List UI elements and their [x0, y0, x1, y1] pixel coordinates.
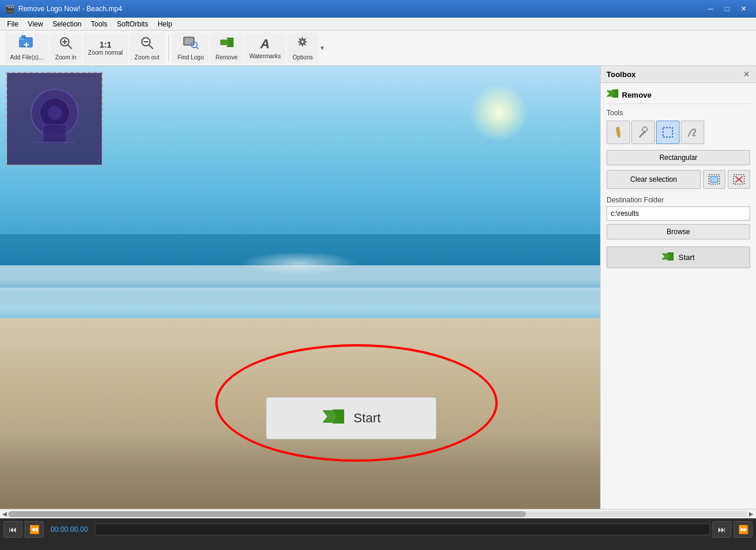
- remove-icon: [218, 35, 235, 53]
- toolbox-title: Toolbox: [607, 70, 636, 79]
- magic-wand-tool-button[interactable]: [631, 121, 655, 144]
- watermarks-icon: A: [261, 36, 270, 52]
- scroll-left-button[interactable]: ◀: [1, 511, 8, 517]
- menu-tools[interactable]: Tools: [86, 19, 112, 29]
- toolbox-panel: Toolbox ✕ Remove Tools: [600, 66, 756, 509]
- svg-rect-28: [615, 127, 621, 136]
- deselect-icon: [733, 174, 745, 185]
- window-controls: ─ □ ✕: [703, 2, 751, 15]
- horizontal-scrollbar[interactable]: ◀ ▶: [0, 509, 756, 518]
- options-label: Options: [292, 54, 312, 61]
- remove-section-title: Remove: [622, 91, 652, 99]
- select-all-button[interactable]: [703, 170, 725, 189]
- selection-type-button[interactable]: Rectangular: [607, 150, 750, 165]
- toolbox-header: Toolbox ✕: [601, 66, 756, 83]
- svg-line-6: [68, 45, 72, 49]
- scroll-track[interactable]: [8, 511, 748, 517]
- clear-selection-button[interactable]: Clear selection: [607, 170, 701, 189]
- timeline-time: 00:00:00.00: [51, 525, 88, 534]
- canvas-start-label: Start: [354, 411, 381, 426]
- freehand-tool-button[interactable]: [681, 121, 704, 144]
- options-icon: [295, 35, 310, 53]
- svg-line-10: [149, 45, 153, 49]
- ocean: [0, 234, 600, 323]
- svg-point-18: [301, 40, 304, 44]
- clear-selection-row: Clear selection: [607, 170, 750, 189]
- find-logo-label: Find Logo: [178, 54, 204, 61]
- toolbar-overflow-arrow[interactable]: ▼: [319, 45, 325, 51]
- next-frame-button[interactable]: ⏩: [734, 521, 752, 538]
- start-button-label: Start: [678, 253, 694, 262]
- pencil-tool-button[interactable]: [607, 121, 630, 144]
- toolbox-close-button[interactable]: ✕: [743, 69, 750, 79]
- menu-softorbits[interactable]: SoftOrbits: [112, 19, 153, 29]
- go-to-end-button[interactable]: ⏭: [712, 521, 731, 538]
- canvas-area: Start: [0, 66, 600, 509]
- canvas-start-button[interactable]: Start: [266, 397, 437, 439]
- scroll-right-button[interactable]: ▶: [748, 511, 755, 517]
- app-icon: 🎬: [5, 4, 15, 14]
- start-button[interactable]: Start: [607, 246, 750, 268]
- svg-rect-2: [22, 35, 25, 38]
- zoom-out-label: Zoom out: [135, 54, 159, 61]
- zoom-in-icon: [58, 35, 74, 53]
- minimize-button[interactable]: ─: [703, 2, 718, 15]
- find-logo-button[interactable]: Find Logo: [172, 33, 209, 64]
- deselect-button[interactable]: [728, 170, 750, 189]
- zoom-in-label: Zoom in: [55, 54, 76, 61]
- zoom-normal-icon: 1:1: [99, 40, 111, 49]
- logo-icon: [19, 84, 90, 154]
- remove-button[interactable]: Remove: [210, 33, 242, 64]
- menu-view[interactable]: View: [23, 19, 48, 29]
- main-area: Start Toolbox ✕ Remove Tools: [0, 66, 756, 509]
- title-bar: 🎬 Remove Logo Now! - Beach.mp4 ─ □ ✕: [0, 0, 756, 18]
- rectangular-tool-button[interactable]: [656, 121, 680, 144]
- video-frame: Start: [0, 66, 600, 509]
- window-title: Remove Logo Now! - Beach.mp4: [18, 5, 703, 13]
- scroll-thumb[interactable]: [8, 511, 526, 517]
- menu-help[interactable]: Help: [153, 19, 177, 29]
- zoom-normal-button[interactable]: 1:1 Zoom normal: [83, 33, 128, 64]
- canvas-start-arrow-icon: [322, 408, 344, 429]
- maximize-button[interactable]: □: [720, 2, 735, 15]
- destination-folder-input[interactable]: [607, 206, 750, 221]
- remove-arrow-icon: [607, 89, 618, 101]
- timeline-ruler[interactable]: [95, 524, 710, 535]
- start-button-icon: [662, 252, 674, 263]
- rectangular-icon: [661, 126, 674, 139]
- add-files-label: Add File(s)...: [10, 54, 44, 61]
- zoom-out-icon: [139, 35, 155, 53]
- svg-rect-35: [663, 128, 672, 137]
- logo-content: [7, 73, 102, 165]
- pencil-icon: [612, 126, 625, 139]
- browse-button[interactable]: Browse: [607, 224, 750, 239]
- freehand-icon: [686, 126, 699, 139]
- sun-glow: [469, 84, 528, 142]
- magic-wand-icon: [637, 126, 650, 139]
- remove-section-header: Remove: [607, 89, 750, 104]
- find-logo-icon: [182, 35, 199, 53]
- zoom-in-button[interactable]: Zoom in: [50, 33, 82, 64]
- water-sparkle: [240, 252, 358, 275]
- watermarks-label: Watermarks: [249, 53, 281, 59]
- watermarks-button[interactable]: A Watermarks: [244, 33, 287, 64]
- svg-rect-37: [711, 176, 718, 182]
- close-button[interactable]: ✕: [736, 2, 751, 15]
- previous-frame-button[interactable]: ⏪: [25, 521, 44, 538]
- toolbox-content: Remove Tools: [601, 83, 756, 509]
- options-button[interactable]: Options: [287, 33, 318, 64]
- menu-selection[interactable]: Selection: [48, 19, 86, 29]
- timeline-marks: [95, 524, 710, 535]
- zoom-out-button[interactable]: Zoom out: [129, 33, 165, 64]
- go-to-start-button[interactable]: ⏮: [4, 521, 22, 538]
- svg-rect-21: [43, 125, 66, 142]
- menu-bar: File View Selection Tools SoftOrbits Hel…: [0, 18, 756, 31]
- svg-line-15: [197, 47, 198, 49]
- add-files-button[interactable]: Add File(s)...: [5, 33, 49, 64]
- menu-file[interactable]: File: [2, 19, 23, 29]
- destination-folder-label: Destination Folder: [607, 196, 750, 204]
- select-all-icon: [708, 174, 720, 185]
- remove-label: Remove: [215, 54, 237, 61]
- svg-point-22: [48, 106, 62, 120]
- timeline: ⏮ ⏪ 00:00:00.00: [0, 518, 756, 550]
